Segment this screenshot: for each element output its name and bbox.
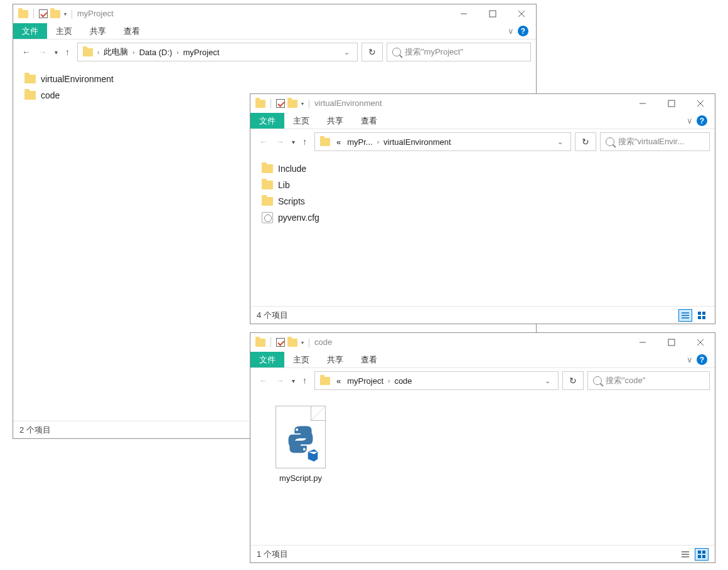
chevron-right-icon[interactable]: › xyxy=(132,49,135,56)
history-dropdown-icon[interactable]: ▾ xyxy=(292,139,295,145)
minimize-button[interactable] xyxy=(449,4,478,23)
app-folder-icon[interactable] xyxy=(18,10,28,18)
refresh-button[interactable]: ↻ xyxy=(361,43,383,61)
menu-view[interactable]: 查看 xyxy=(352,352,386,367)
menu-file[interactable]: 文件 xyxy=(250,352,284,367)
up-button[interactable]: ↑ xyxy=(302,137,307,147)
maximize-button[interactable] xyxy=(657,333,686,352)
minimize-button[interactable] xyxy=(628,94,657,113)
list-item[interactable]: virtualEnvironment xyxy=(24,71,525,87)
ribbon-tabs: 文件 主页 共享 查看 ∨ ? xyxy=(250,113,715,129)
properties-icon[interactable] xyxy=(276,338,285,347)
crumb-data-d[interactable]: Data (D:) xyxy=(137,48,175,57)
refresh-button[interactable]: ↻ xyxy=(575,132,596,151)
app-folder-icon[interactable] xyxy=(255,100,265,108)
menu-share[interactable]: 共享 xyxy=(318,113,352,129)
ribbon-expand-icon[interactable]: ∨ xyxy=(687,116,693,125)
back-button[interactable]: ← xyxy=(22,47,31,57)
crumb-myproject[interactable]: myProject xyxy=(345,376,386,386)
address-dropdown-icon[interactable]: ⌄ xyxy=(339,48,355,56)
qat-overflow-icon[interactable]: ▾ xyxy=(301,340,304,346)
crumb-ellipsis[interactable]: « xyxy=(334,137,343,147)
list-item[interactable]: Scripts xyxy=(262,193,704,209)
close-button[interactable] xyxy=(686,333,715,352)
details-view-button[interactable] xyxy=(678,309,692,322)
menu-view[interactable]: 查看 xyxy=(115,23,149,39)
search-input[interactable]: 搜索"myProject" xyxy=(387,43,531,61)
refresh-button[interactable]: ↻ xyxy=(562,371,584,390)
list-item[interactable]: Lib xyxy=(262,177,704,193)
chevron-right-icon[interactable]: › xyxy=(387,377,390,384)
menu-home[interactable]: 主页 xyxy=(284,113,318,129)
list-item[interactable]: Include xyxy=(262,161,704,177)
qat-overflow-icon[interactable]: ▾ xyxy=(64,11,67,17)
crumb-virtualenv[interactable]: virtualEnvironment xyxy=(381,137,454,147)
menu-share[interactable]: 共享 xyxy=(81,23,115,39)
ribbon-expand-icon[interactable]: ∨ xyxy=(508,26,514,36)
icons-view-button[interactable] xyxy=(695,548,709,561)
svg-rect-17 xyxy=(668,339,675,346)
back-button[interactable]: ← xyxy=(259,137,268,147)
separator xyxy=(270,337,271,347)
list-item[interactable]: pyvenv.cfg xyxy=(262,209,704,226)
app-folder-icon[interactable] xyxy=(255,339,265,347)
up-button[interactable]: ↑ xyxy=(302,376,307,386)
svg-rect-9 xyxy=(668,100,675,107)
chevron-right-icon[interactable]: › xyxy=(97,49,100,56)
chevron-right-icon[interactable]: › xyxy=(377,139,380,145)
qat-folder-icon[interactable] xyxy=(50,10,60,18)
search-input[interactable]: 搜索"virtualEnvir... xyxy=(600,132,710,151)
crumb-this-pc[interactable]: 此电脑 xyxy=(101,46,131,58)
qat-overflow-icon[interactable]: ▾ xyxy=(301,101,304,107)
forward-button[interactable]: → xyxy=(38,47,47,57)
history-dropdown-icon[interactable]: ▾ xyxy=(292,377,295,384)
file-list[interactable]: Include Lib Scripts pyvenv.cfg xyxy=(250,154,715,306)
details-view-button[interactable] xyxy=(678,548,692,561)
icons-view-button[interactable] xyxy=(695,309,709,322)
list-item[interactable]: myScript.py xyxy=(269,406,332,483)
menu-view[interactable]: 查看 xyxy=(352,113,386,129)
crumb-myproject-short[interactable]: myPr... xyxy=(345,137,375,147)
minimize-button[interactable] xyxy=(628,333,657,352)
maximize-button[interactable] xyxy=(657,94,686,113)
address-bar[interactable]: › 此电脑 › Data (D:) › myProject ⌄ xyxy=(77,43,358,61)
file-name: Scripts xyxy=(278,196,305,206)
forward-button[interactable]: → xyxy=(276,137,284,147)
forward-button[interactable]: → xyxy=(276,376,284,386)
address-dropdown-icon[interactable]: ⌄ xyxy=(552,138,568,146)
help-icon[interactable]: ? xyxy=(518,26,528,36)
history-dropdown-icon[interactable]: ▾ xyxy=(55,49,58,56)
crumb-code[interactable]: code xyxy=(392,376,414,386)
close-button[interactable] xyxy=(507,4,536,23)
menu-file[interactable]: 文件 xyxy=(13,23,47,39)
file-list[interactable]: myScript.py xyxy=(250,393,715,545)
location-folder-icon xyxy=(83,48,93,56)
menu-share[interactable]: 共享 xyxy=(318,352,352,367)
address-bar[interactable]: « myPr... › virtualEnvironment ⌄ xyxy=(314,132,571,151)
file-name: Lib xyxy=(278,180,290,190)
search-input[interactable]: 搜索"code" xyxy=(587,371,710,390)
up-button[interactable]: ↑ xyxy=(65,47,70,57)
svg-rect-12 xyxy=(698,312,701,315)
properties-icon[interactable] xyxy=(39,9,48,18)
close-button[interactable] xyxy=(686,94,715,113)
status-text: 2 个项目 xyxy=(19,425,51,436)
maximize-button[interactable] xyxy=(478,4,507,23)
menu-home[interactable]: 主页 xyxy=(284,352,318,367)
crumb-myproject[interactable]: myProject xyxy=(181,48,222,57)
menu-home[interactable]: 主页 xyxy=(47,23,81,39)
help-icon[interactable]: ? xyxy=(697,115,707,126)
qat-folder-icon[interactable] xyxy=(287,100,297,108)
ribbon-expand-icon[interactable]: ∨ xyxy=(687,355,693,364)
qat-folder-icon[interactable] xyxy=(287,339,297,347)
folder-icon xyxy=(24,75,36,83)
chevron-right-icon[interactable]: › xyxy=(176,49,179,56)
help-icon[interactable]: ? xyxy=(697,354,707,365)
back-button[interactable]: ← xyxy=(259,376,268,386)
location-folder-icon xyxy=(320,138,330,146)
menu-file[interactable]: 文件 xyxy=(250,113,284,129)
address-bar[interactable]: « myProject › code ⌄ xyxy=(314,371,559,390)
crumb-ellipsis[interactable]: « xyxy=(334,376,343,386)
properties-icon[interactable] xyxy=(276,99,285,108)
address-dropdown-icon[interactable]: ⌄ xyxy=(540,377,555,385)
